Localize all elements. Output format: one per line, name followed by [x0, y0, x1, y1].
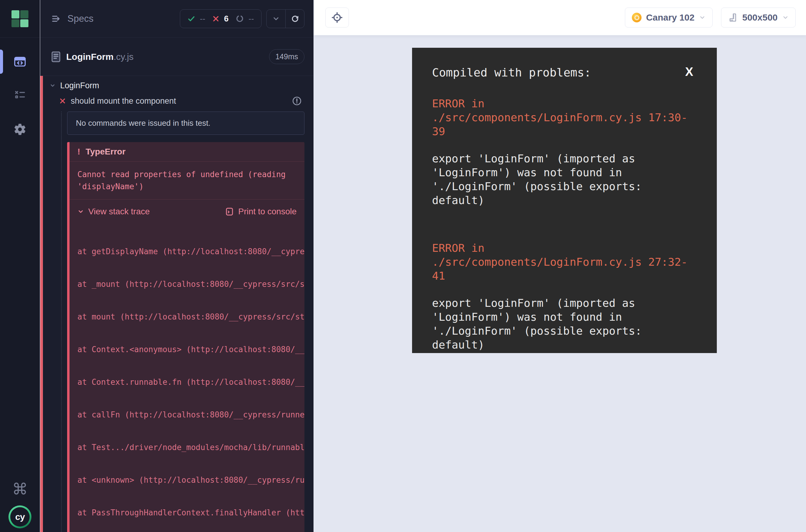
- pending-restart-icon: [236, 15, 244, 23]
- compile-error: ERROR in ./src/components/LoginForm.cy.j…: [432, 97, 697, 207]
- sidebar-item-runs[interactable]: [0, 81, 40, 109]
- stack-frame: at Test.../driver/node_modules/mocha/lib…: [77, 442, 304, 453]
- test-title: should mount the component: [71, 96, 176, 106]
- suite-row-loginform[interactable]: LoginForm: [43, 78, 314, 93]
- collapse-chevron-button[interactable]: [267, 10, 285, 28]
- aut-canvas: Compiled with problems: X ERROR in ./src…: [314, 35, 806, 532]
- console-icon: [225, 207, 234, 216]
- sidebar-item-keyboard-shortcuts[interactable]: ⌘: [0, 475, 40, 503]
- crosshair-icon: [331, 12, 343, 23]
- runner-main-area: Canary 102 500x500 Compiled with problem…: [314, 0, 806, 532]
- stack-trace: at getDisplayName (http://localhost:8080…: [70, 223, 304, 532]
- passed-count: --: [200, 14, 205, 23]
- spec-file-ext: .cy.js: [114, 52, 134, 62]
- sidebar-item-settings[interactable]: [0, 115, 40, 143]
- active-indicator: [0, 50, 3, 74]
- overlay-close-button[interactable]: X: [685, 66, 697, 77]
- chevron-down-icon: [699, 14, 706, 21]
- chevron-down-icon: [50, 82, 56, 89]
- test-error-box: ! TypeError Cannot read properties of un…: [67, 142, 304, 532]
- compile-error-heading: ERROR in ./src/components/LoginForm.cy.j…: [432, 241, 697, 283]
- specs-panel-title: Specs: [68, 13, 93, 24]
- specs-header: Specs -- 6 --: [40, 0, 314, 38]
- logo-square: [20, 10, 29, 18]
- test-fail-x-icon: [59, 98, 66, 104]
- gear-icon: [13, 122, 27, 136]
- sidebar-item-specs[interactable]: [0, 48, 40, 76]
- print-to-console-label: Print to console: [238, 207, 297, 216]
- viewport-size-button[interactable]: 500x500: [721, 7, 796, 27]
- runner-toolbar: Canary 102 500x500: [314, 0, 806, 35]
- specs-browser-code-icon: [13, 55, 27, 69]
- webpack-error-overlay: Compiled with problems: X ERROR in ./src…: [412, 48, 717, 353]
- pending-count: --: [248, 14, 254, 23]
- logo-square: [12, 10, 20, 18]
- stack-frame: at Context.runnable.fn (http://localhost…: [77, 377, 304, 387]
- fail-x-icon: [212, 15, 220, 22]
- error-info-icon[interactable]: [292, 96, 302, 106]
- app-sidebar: ⌘ cy: [0, 0, 40, 532]
- specs-list-icon: [51, 13, 62, 24]
- test-list-icon: [13, 88, 26, 101]
- cypress-cy-logo[interactable]: cy: [8, 506, 32, 528]
- error-bang-icon: !: [77, 147, 80, 156]
- compile-error-body: export 'LoginForm' (imported as 'LoginFo…: [432, 152, 697, 207]
- overlay-header: Compiled with problems: X: [432, 66, 697, 79]
- specs-panel: Specs -- 6 --: [40, 0, 314, 532]
- stack-frame: at _mount (http://localhost:8080/__cypre…: [77, 279, 304, 289]
- compile-error-heading: ERROR in ./src/components/LoginForm.cy.j…: [432, 97, 697, 138]
- compile-error: ERROR in ./src/components/LoginForm.cy.j…: [432, 241, 697, 352]
- suite-title: LoginForm: [60, 81, 99, 90]
- error-header: ! TypeError: [70, 142, 304, 162]
- error-name: TypeError: [86, 147, 126, 156]
- viewport-size-label: 500x500: [742, 13, 777, 23]
- error-message: Cannot read properties of undefined (rea…: [70, 162, 304, 200]
- spec-header-actions: [266, 10, 304, 28]
- spec-duration-badge: 149ms: [269, 49, 304, 64]
- cypress-checker-logo-icon[interactable]: [12, 10, 29, 27]
- view-stack-trace-toggle[interactable]: View stack trace: [77, 207, 150, 216]
- selector-playground-button[interactable]: [325, 7, 349, 27]
- stack-frame: at Context.<anonymous> (http://localhost…: [77, 344, 304, 355]
- stack-frame: at callFn (http://localhost:8080/__cypre…: [77, 409, 304, 420]
- failed-count: 6: [224, 14, 228, 23]
- canary-browser-icon: [632, 13, 641, 22]
- test-attempt-body: No commands were issued in this test. ! …: [61, 112, 304, 532]
- sidebar-divider: [0, 37, 40, 38]
- stack-frame: at getDisplayName (http://localhost:8080…: [77, 246, 304, 257]
- browser-select-button[interactable]: Canary 102: [625, 7, 713, 27]
- stack-frame: at mount (http://localhost:8080/__cypres…: [77, 311, 304, 322]
- browser-select-label: Canary 102: [646, 13, 694, 23]
- compile-error-body: export 'LoginForm' (imported as 'LoginFo…: [432, 296, 697, 352]
- rerun-button[interactable]: [285, 10, 304, 28]
- spec-file-icon: [51, 51, 61, 63]
- stack-frame: at PassThroughHandlerContext.finallyHand…: [77, 507, 304, 518]
- ruler-icon: [728, 13, 738, 22]
- check-icon: [187, 15, 195, 23]
- view-stack-trace-label: View stack trace: [88, 207, 150, 216]
- chevron-down-icon: [782, 14, 789, 21]
- logo-square: [12, 19, 20, 27]
- spec-file-row[interactable]: LoginForm.cy.js 149ms: [40, 38, 314, 76]
- failed-test-row[interactable]: should mount the component: [43, 93, 314, 109]
- stack-frame: at <unknown> (http://localhost:8080/__cy…: [77, 475, 304, 486]
- cy-logo-text: cy: [10, 507, 30, 527]
- error-actions: View stack trace Print to console: [70, 200, 304, 223]
- failed-spec-group: LoginForm should mount the component: [40, 76, 314, 532]
- spec-file-name: LoginForm: [66, 52, 114, 62]
- spec-stats-pill[interactable]: -- 6 --: [180, 10, 262, 28]
- no-commands-message: No commands were issued in this test.: [67, 112, 304, 135]
- overlay-error-list: ERROR in ./src/components/LoginForm.cy.j…: [432, 97, 697, 352]
- overlay-title: Compiled with problems:: [432, 66, 591, 79]
- command-icon: ⌘: [12, 480, 28, 498]
- logo-square: [20, 19, 29, 27]
- print-to-console-button[interactable]: Print to console: [225, 207, 297, 216]
